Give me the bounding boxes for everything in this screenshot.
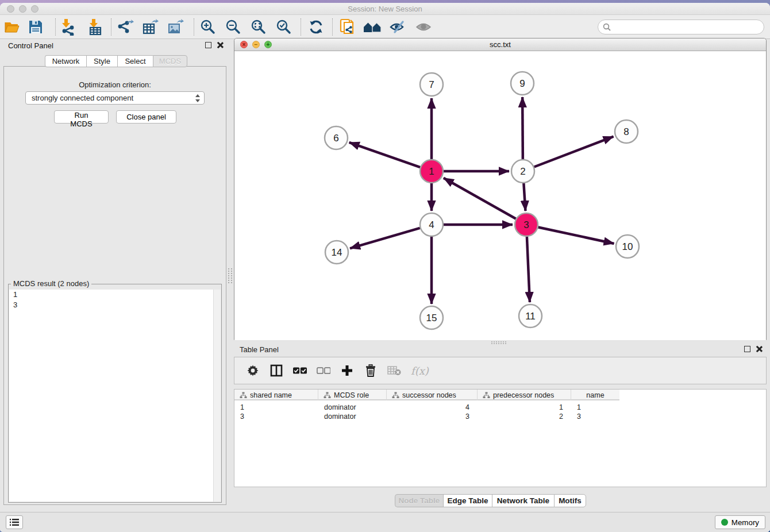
column-header-name[interactable]: name	[571, 390, 619, 400]
table-row[interactable]: 3 dominator 3 2 3	[234, 412, 619, 421]
select-stepper-icon	[195, 94, 201, 102]
search-box	[598, 20, 764, 34]
graph-node-label: 3	[523, 219, 529, 230]
graph-node-label: 11	[525, 311, 536, 322]
clear-all-checkboxes-icon[interactable]	[317, 364, 330, 377]
zoom-fit-content-button[interactable]	[247, 16, 270, 38]
settings-gear-icon[interactable]	[246, 364, 260, 377]
graph-edge-3-11[interactable]	[527, 237, 530, 302]
column-header-successor-nodes[interactable]: successor nodes	[387, 390, 478, 400]
cell-predecessor-nodes: 1	[478, 403, 571, 412]
column-header-predecessor-nodes[interactable]: predecessor nodes	[478, 390, 571, 400]
column-type-icon	[324, 392, 331, 399]
status-menu-list-icon[interactable]	[6, 515, 23, 529]
result-scrollbar[interactable]	[213, 290, 221, 502]
mcds-result-group: MCDS result (2 nodes) 1 3	[8, 284, 222, 503]
graph-node-label: 4	[429, 219, 434, 230]
graph-node-label: 10	[622, 241, 633, 252]
network-canvas[interactable]: 1234678910111415	[234, 51, 766, 340]
import-network-button[interactable]	[56, 16, 79, 38]
apply-layout-button[interactable]	[305, 16, 328, 38]
zoom-fit-selected-button[interactable]	[272, 16, 295, 38]
table-row[interactable]: 1 dominator 4 1 1	[234, 403, 619, 412]
float-panel-icon[interactable]	[744, 346, 750, 352]
add-row-icon[interactable]	[340, 364, 354, 377]
float-panel-icon[interactable]	[205, 42, 211, 48]
column-type-icon	[392, 392, 399, 399]
open-session-button[interactable]	[1, 16, 24, 38]
graph-edge-4-14[interactable]	[350, 228, 420, 248]
memory-status-button[interactable]: Memory	[715, 515, 765, 529]
toolbar-separator	[194, 18, 194, 36]
birds-eye-view-button[interactable]	[412, 16, 435, 38]
graph-edge-2-8[interactable]	[534, 137, 614, 167]
export-image-button[interactable]	[164, 16, 187, 38]
select-all-checkboxes-icon[interactable]	[293, 364, 307, 377]
cell-name: 3	[571, 412, 619, 421]
tab-mcds[interactable]: MCDS	[153, 55, 187, 67]
table-panel: Table Panel	[234, 342, 767, 511]
cell-predecessor-nodes: 2	[478, 412, 571, 421]
hide-graphics-details-button[interactable]	[386, 16, 409, 38]
mcds-result-box[interactable]: 1 3	[9, 290, 221, 502]
save-session-button[interactable]	[24, 16, 47, 38]
graph-edge-1-6[interactable]	[349, 142, 421, 167]
tab-edge-table[interactable]: Edge Table	[443, 494, 492, 507]
cell-successor-nodes: 3	[387, 412, 478, 421]
clone-network-button[interactable]	[336, 16, 359, 38]
criterion-select[interactable]: strongly connected component	[25, 91, 205, 105]
search-input[interactable]	[611, 23, 764, 32]
graph-node-label: 7	[429, 79, 434, 90]
graph-node-label: 9	[519, 78, 525, 89]
toolbar-separator	[111, 18, 111, 36]
network-view-window: × − + scc.txt 1234678910111415	[234, 38, 767, 340]
graph-edge-3-10[interactable]	[538, 227, 614, 244]
zoom-out-button[interactable]	[222, 16, 245, 38]
graph-node-label: 2	[520, 166, 525, 177]
network-graph[interactable]: 1234678910111415	[234, 51, 766, 340]
show-all-networks-button[interactable]	[361, 16, 384, 38]
tab-motifs[interactable]: Motifs	[554, 494, 586, 507]
app-window: Session: New Session	[0, 3, 770, 532]
mcds-result-line: 3	[9, 300, 221, 310]
export-network-button[interactable]	[114, 16, 137, 38]
graph-edge-3-1[interactable]	[444, 178, 516, 219]
column-type-icon	[483, 392, 490, 399]
graph-edge-2-3[interactable]	[523, 183, 525, 211]
table-toolbar: f(x)	[234, 357, 767, 384]
app-title: Session: New Session	[0, 5, 770, 13]
tab-node-table[interactable]: Node Table	[395, 494, 443, 507]
graph-edge-2-9[interactable]	[522, 97, 523, 159]
desktop-background: Session: New Session	[0, 0, 770, 532]
export-table-button[interactable]	[139, 16, 162, 38]
status-bar: Memory	[0, 512, 770, 532]
panel-splitter-handle[interactable]	[228, 268, 232, 283]
cell-mcds-role: dominator	[318, 412, 387, 421]
cell-shared-name: 3	[234, 412, 318, 421]
close-panel-icon[interactable]	[217, 42, 223, 48]
zoom-in-button[interactable]	[197, 16, 220, 38]
tab-network-table[interactable]: Network Table	[492, 494, 554, 507]
close-panel-icon[interactable]	[756, 346, 762, 352]
column-header-shared-name[interactable]: shared name	[234, 390, 318, 400]
tab-style[interactable]: Style	[86, 55, 117, 67]
control-panel-title: Control Panel	[8, 41, 53, 50]
cell-mcds-role: dominator	[318, 403, 387, 412]
import-table-button[interactable]	[84, 16, 107, 38]
delete-table-icon[interactable]	[387, 364, 401, 377]
node-table-header: shared name MCDS role successor nodes pr…	[234, 390, 619, 400]
control-panel: Control Panel Network Style Select MCDS …	[3, 38, 226, 505]
table-panel-tabs: Node Table Edge Table Network Table Moti…	[395, 494, 586, 507]
app-titlebar: Session: New Session	[0, 3, 770, 15]
column-header-mcds-role[interactable]: MCDS role	[318, 390, 387, 400]
tab-select[interactable]: Select	[117, 55, 153, 67]
delete-rows-trash-icon[interactable]	[364, 364, 378, 377]
tab-network[interactable]: Network	[45, 55, 86, 67]
run-mcds-button[interactable]: Run MCDS	[54, 110, 109, 124]
show-columns-icon[interactable]	[270, 364, 283, 377]
close-panel-button[interactable]: Close panel	[116, 110, 176, 124]
toolbar-separator	[332, 18, 333, 36]
cell-name: 1	[571, 403, 619, 412]
function-builder-icon[interactable]: f(x)	[411, 365, 429, 377]
network-window-title: scc.txt	[234, 40, 766, 49]
